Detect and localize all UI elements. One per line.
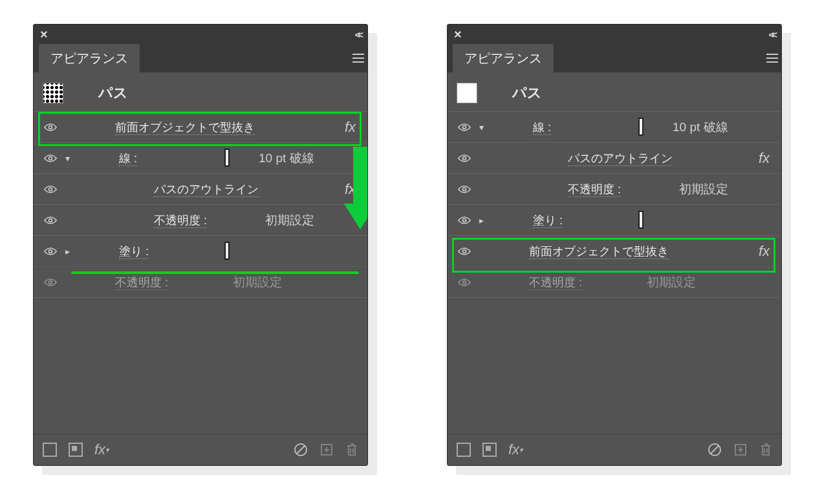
visibility-icon[interactable] [43,278,58,287]
svg-point-24 [463,280,466,284]
duplicate-icon [319,443,334,457]
tab-appearance[interactable]: アピアランス [39,44,140,72]
visibility-icon[interactable] [43,247,58,256]
chevron-down-icon[interactable]: ▾ [472,122,490,132]
stroke-label[interactable]: 線 : [533,120,551,135]
stroke-value[interactable]: 10 pt 破線 [259,150,314,167]
svg-point-4 [49,156,52,160]
visibility-icon[interactable] [457,123,472,132]
row-knockout[interactable]: 前面オブジェクトで型抜き fx [34,111,367,142]
fx-menu-icon[interactable]: fx▾ [508,441,523,458]
collapse-icon[interactable]: << [768,29,775,40]
svg-point-5 [49,187,52,191]
visibility-icon[interactable] [457,247,472,256]
svg-point-20 [463,156,466,160]
fill-label[interactable]: 塗り : [533,213,563,228]
knockout-label[interactable]: 前面オブジェクトで型抜き [529,244,669,259]
trash-icon [345,443,358,457]
empty-area [448,297,781,434]
empty-area [34,297,367,434]
row-stroke-opacity[interactable]: 不透明度 : 初期設定 [448,173,781,204]
outline-label[interactable]: パスのアウトライン [154,182,259,197]
svg-point-21 [463,187,466,191]
opacity-label[interactable]: 不透明度 : [115,275,168,290]
appearance-panel-left: × << アピアランス パス 前面オブジェクトで型抜き fx [33,24,368,466]
stroke-value[interactable]: 10 pt 破線 [673,119,728,136]
selection-row: パス [448,81,781,111]
panel-body: パス ▾ 線 : 10 pt 破線 パスのアウトライン f [448,72,781,465]
row-outline-path[interactable]: パスのアウトライン fx [34,173,367,204]
titlebar: × << [448,25,781,44]
new-fill-icon[interactable] [482,443,497,457]
fx-icon[interactable]: fx [345,119,356,136]
visibility-icon[interactable] [43,185,58,194]
new-fill-icon[interactable] [69,443,83,457]
fill-swatch[interactable] [640,213,642,227]
row-object-opacity[interactable]: 不透明度 : 初期設定 [448,266,781,297]
panel-footer: fx▾ [448,434,781,465]
row-fill[interactable]: ▸ 塗り : [34,235,367,266]
row-stroke[interactable]: ▾ 線 : 10 pt 破線 [34,142,367,173]
stroke-swatch[interactable] [226,151,228,165]
clear-icon[interactable] [294,443,308,457]
opacity-value[interactable]: 初期設定 [647,274,696,291]
down-arrow-icon [344,147,368,244]
chevron-right-icon[interactable]: ▸ [472,215,490,226]
svg-point-3 [49,125,52,129]
opacity-value[interactable]: 初期設定 [233,274,282,291]
collapse-icon[interactable]: << [354,29,361,40]
fill-swatch[interactable] [226,244,228,258]
svg-point-22 [463,218,466,222]
opacity-label[interactable]: 不透明度 : [568,182,621,197]
knockout-label[interactable]: 前面オブジェクトで型抜き [115,120,255,135]
visibility-icon[interactable] [43,123,58,132]
close-icon[interactable]: × [40,27,48,42]
visibility-icon[interactable] [457,154,472,163]
row-stroke[interactable]: ▾ 線 : 10 pt 破線 [448,111,781,142]
selection-thumb-icon [457,83,477,103]
visibility-icon[interactable] [457,185,472,194]
opacity-value[interactable]: 初期設定 [265,212,314,229]
svg-point-19 [463,125,466,129]
panel-body: パス 前面オブジェクトで型抜き fx ▾ 線 : 10 pt [34,72,367,465]
appearance-panel-right: × << アピアランス パス ▾ 線 : 10 [447,24,782,466]
visibility-icon[interactable] [457,278,472,287]
tab-row: アピアランス [448,44,781,72]
svg-point-23 [463,249,466,253]
row-outline-path[interactable]: パスのアウトライン fx [448,142,781,173]
svg-point-6 [49,218,52,222]
fill-label[interactable]: 塗り : [119,244,149,259]
visibility-icon[interactable] [457,216,472,225]
clear-icon[interactable] [708,443,722,457]
fx-menu-icon[interactable]: fx▾ [94,441,109,458]
row-stroke-opacity[interactable]: 不透明度 : 初期設定 [34,204,367,235]
selection-label: パス [98,83,128,103]
selection-thumb-icon [43,83,63,103]
fx-icon[interactable]: fx [759,150,770,167]
row-knockout[interactable]: 前面オブジェクトで型抜き fx [448,235,781,266]
tab-appearance[interactable]: アピアランス [453,44,554,72]
fx-icon[interactable]: fx [759,243,770,260]
chevron-down-icon[interactable]: ▾ [58,153,76,163]
new-stroke-icon[interactable] [457,443,471,457]
chevron-right-icon[interactable]: ▸ [58,246,76,257]
panel-menu-icon[interactable] [349,44,367,72]
close-icon[interactable]: × [454,27,462,42]
stroke-swatch[interactable] [640,120,642,134]
opacity-value[interactable]: 初期設定 [679,181,728,198]
opacity-label[interactable]: 不透明度 : [154,213,207,228]
tab-row: アピアランス [34,44,367,72]
visibility-icon[interactable] [43,216,58,225]
opacity-label[interactable]: 不透明度 : [529,275,582,290]
new-stroke-icon[interactable] [43,443,57,457]
row-fill[interactable]: ▸ 塗り : [448,204,781,235]
panel-menu-icon[interactable] [763,44,781,72]
svg-line-10 [297,446,305,454]
stroke-label[interactable]: 線 : [119,151,137,166]
titlebar: × << [34,25,367,44]
svg-point-8 [49,280,52,284]
outline-label[interactable]: パスのアウトライン [568,151,673,166]
visibility-icon[interactable] [43,154,58,163]
svg-point-7 [49,249,52,253]
row-object-opacity[interactable]: 不透明度 : 初期設定 [34,266,367,297]
